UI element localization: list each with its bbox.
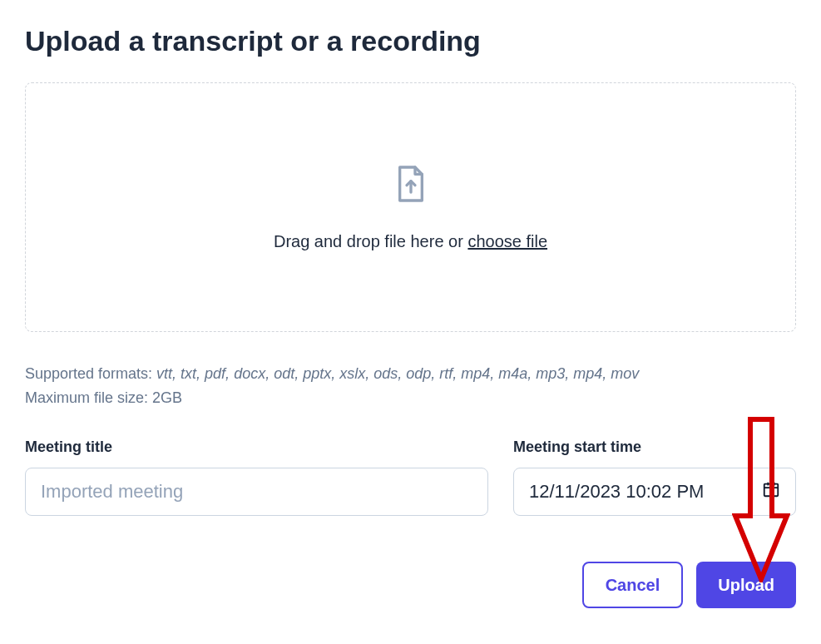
supported-formats-list: vtt, txt, pdf, docx, odt, pptx, xslx, od…	[156, 365, 639, 382]
supported-formats-label: Supported formats:	[25, 365, 156, 382]
max-filesize-label: Maximum file size:	[25, 389, 152, 406]
meeting-title-input[interactable]	[25, 468, 488, 516]
max-filesize-value: 2GB	[152, 389, 182, 406]
file-dropzone[interactable]: Drag and drop file here or choose file	[25, 82, 796, 332]
upload-button[interactable]: Upload	[696, 562, 796, 608]
calendar-icon[interactable]	[762, 480, 780, 503]
meeting-start-time-input[interactable]: 12/11/2023 10:02 PM	[513, 468, 796, 516]
choose-file-link[interactable]: choose file	[467, 232, 547, 250]
meeting-start-time-value: 12/11/2023 10:02 PM	[529, 481, 704, 503]
supported-formats-line: Supported formats: vtt, txt, pdf, docx, …	[25, 365, 796, 383]
dropzone-prompt-text: Drag and drop file here or	[274, 232, 467, 250]
file-info: Supported formats: vtt, txt, pdf, docx, …	[25, 365, 796, 407]
meeting-start-time-field-group: Meeting start time 12/11/2023 10:02 PM	[513, 438, 796, 516]
file-upload-icon	[394, 164, 428, 207]
cancel-button[interactable]: Cancel	[582, 562, 684, 608]
meeting-title-label: Meeting title	[25, 438, 488, 456]
max-filesize-line: Maximum file size: 2GB	[25, 389, 796, 407]
meeting-start-time-label: Meeting start time	[513, 438, 796, 456]
dropzone-prompt: Drag and drop file here or choose file	[274, 232, 547, 251]
page-title: Upload a transcript or a recording	[25, 25, 796, 57]
meeting-title-field-group: Meeting title	[25, 438, 488, 516]
action-buttons: Cancel Upload	[25, 562, 796, 608]
svg-rect-0	[764, 484, 779, 497]
